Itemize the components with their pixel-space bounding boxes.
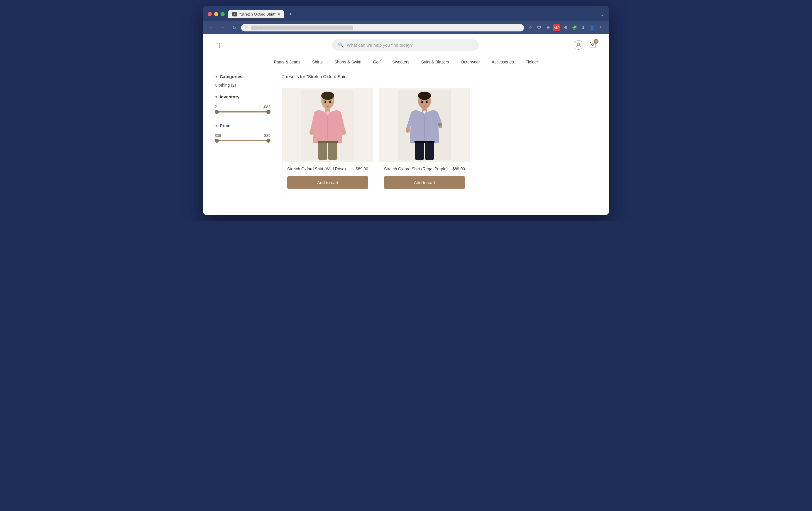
tab-bar: T "Stretch Oxford Shirt" × + xyxy=(228,10,597,18)
ghost-icon[interactable]: 👁 xyxy=(545,24,551,31)
add-to-cart-wild-rose[interactable]: Add to cart xyxy=(287,176,368,189)
product-card-wild-rose: Stretch Oxford Shirt (Wild Rose) $89.00 … xyxy=(282,88,373,194)
browser-titlebar: T "Stretch Oxford Shirt" × + ⌄ xyxy=(203,6,609,21)
price-range-thumb-right[interactable] xyxy=(266,139,270,143)
svg-point-14 xyxy=(329,101,331,103)
results-header: 2 results for "Stretch Oxford Shirt" xyxy=(282,74,594,82)
svg-text:T: T xyxy=(217,41,223,49)
profile-icon[interactable]: 👤 xyxy=(588,24,596,31)
svg-point-1 xyxy=(577,43,580,45)
toolbar-icons: ☆ 🛡 👁 ABP ⚙ 🧩 ⬇ 👤 ⋮ xyxy=(527,24,604,31)
price-range-track xyxy=(215,140,270,141)
header-right: 0 xyxy=(574,40,597,50)
cart-badge: 0 xyxy=(594,39,599,44)
forward-button[interactable]: → xyxy=(219,24,227,32)
settings-icon[interactable]: ⚙ xyxy=(562,24,569,31)
add-to-cart-regal-purple[interactable]: Add to cart xyxy=(384,176,465,189)
search-icon: 🔍 xyxy=(338,42,344,48)
extension-icon[interactable]: 🧩 xyxy=(571,24,578,31)
inventory-min-label: 2 xyxy=(215,105,217,109)
inventory-max-label: 11,083 xyxy=(259,105,270,109)
search-placeholder: What can we help you find today? xyxy=(347,43,413,48)
abp-icon[interactable]: ABP xyxy=(553,24,560,31)
price-max-label: $89 xyxy=(264,133,270,138)
price-range-thumb-left[interactable] xyxy=(215,139,219,143)
categories-filter: ▼ Categories Clothing (2) xyxy=(215,74,270,88)
logo-svg: T xyxy=(215,39,225,49)
price-label: Price xyxy=(220,123,231,128)
close-button[interactable] xyxy=(208,12,212,16)
cart-icon[interactable]: 0 xyxy=(588,40,597,50)
product-info-wild-rose: Stretch Oxford Shirt (Wild Rose) $89.00 xyxy=(283,162,373,176)
user-account-icon[interactable] xyxy=(574,40,583,50)
shield-icon[interactable]: 🛡 xyxy=(536,24,543,31)
price-range-labels: $39 $89 xyxy=(215,133,270,138)
svg-point-13 xyxy=(324,101,326,103)
refresh-button[interactable]: ↻ xyxy=(230,24,238,32)
nav-sweaters[interactable]: Sweaters xyxy=(392,60,409,64)
menu-icon[interactable]: ⋮ xyxy=(597,24,604,31)
inventory-chevron-icon: ▼ xyxy=(215,95,218,99)
address-bar[interactable]: ⊡ ██████████████████████████████████████… xyxy=(241,24,524,31)
product-image-regal-purple[interactable] xyxy=(379,88,470,162)
product-card-regal-purple: Stretch Oxford Shirt (Regal Purple) $89.… xyxy=(379,88,470,194)
tab-close-button[interactable]: × xyxy=(278,12,280,16)
product-name-wild-rose: Stretch Oxford Shirt (Wild Rose) xyxy=(287,166,346,171)
categories-label: Categories xyxy=(220,74,242,79)
product-price-regal-purple: $89.00 xyxy=(452,166,465,171)
inventory-range-track xyxy=(215,111,270,112)
product-image-wild-rose[interactable] xyxy=(283,88,373,162)
inventory-range-fill xyxy=(216,111,269,112)
svg-rect-23 xyxy=(425,142,434,160)
store-header: T 🔍 What can we help you find today? xyxy=(203,34,609,56)
results-area: 2 results for "Stretch Oxford Shirt" xyxy=(276,68,600,203)
nav-suits-blazers[interactable]: Suits & Blazers xyxy=(421,60,449,64)
inventory-range: 2 11,083 xyxy=(215,102,270,117)
minimize-button[interactable] xyxy=(214,12,218,16)
price-range-fill xyxy=(216,140,269,141)
inventory-filter-title[interactable]: ▼ Inventory xyxy=(215,94,270,99)
inventory-filter: ▼ Inventory 2 11,083 xyxy=(215,94,270,117)
star-icon[interactable]: ☆ xyxy=(527,24,534,31)
main-layout: ▼ Categories Clothing (2) ▼ Inventory 2 … xyxy=(203,68,609,215)
store-logo: T xyxy=(215,39,225,51)
store-content: T 🔍 What can we help you find today? xyxy=(203,34,609,215)
inventory-range-labels: 2 11,083 xyxy=(215,105,270,109)
new-tab-button[interactable]: + xyxy=(286,10,294,18)
back-button[interactable]: ← xyxy=(208,24,216,32)
active-tab[interactable]: T "Stretch Oxford Shirt" × xyxy=(228,10,284,18)
nav-fielder[interactable]: Fielder xyxy=(525,60,538,64)
window-menu-button[interactable]: ⌄ xyxy=(600,11,604,17)
search-bar[interactable]: 🔍 What can we help you find today? xyxy=(332,39,479,51)
nav-pants-jeans[interactable]: Pants & Jeans xyxy=(274,60,300,64)
nav-outerwear[interactable]: Outerwear xyxy=(461,60,480,64)
svg-point-20 xyxy=(406,128,410,133)
svg-rect-25 xyxy=(438,123,441,126)
maximize-button[interactable] xyxy=(221,12,225,16)
product-info-regal-purple: Stretch Oxford Shirt (Regal Purple) $89.… xyxy=(379,162,470,176)
nav-shorts-swim[interactable]: Shorts & Swim xyxy=(335,60,361,64)
download-icon[interactable]: ⬇ xyxy=(580,24,587,31)
svg-rect-10 xyxy=(318,142,327,160)
svg-point-27 xyxy=(426,101,428,103)
nav-accessories[interactable]: Accessories xyxy=(492,60,514,64)
price-filter: ▼ Price $39 $89 xyxy=(215,123,270,146)
product-name-regal-purple: Stretch Oxford Shirt (Regal Purple) xyxy=(384,166,448,171)
store-navigation: Pants & Jeans Shirts Shorts & Swim Golf … xyxy=(203,56,609,68)
categories-clothing-item[interactable]: Clothing (2) xyxy=(215,82,270,88)
user-svg xyxy=(576,42,581,48)
svg-rect-24 xyxy=(414,141,434,143)
categories-filter-title[interactable]: ▼ Categories xyxy=(215,74,270,79)
inventory-range-thumb-right[interactable] xyxy=(266,110,270,114)
product-price-wild-rose: $89.00 xyxy=(355,166,368,171)
inventory-range-thumb-left[interactable] xyxy=(215,110,219,114)
address-text: ████████████████████████████████████████… xyxy=(251,26,520,30)
nav-golf[interactable]: Golf xyxy=(373,60,381,64)
tab-favicon: T xyxy=(232,12,237,17)
svg-point-9 xyxy=(341,129,346,135)
price-filter-title[interactable]: ▼ Price xyxy=(215,123,270,128)
svg-point-5 xyxy=(321,91,334,100)
nav-shirts[interactable]: Shirts xyxy=(312,60,323,64)
inventory-label: Inventory xyxy=(220,94,240,99)
products-grid: Stretch Oxford Shirt (Wild Rose) $89.00 … xyxy=(282,88,594,194)
